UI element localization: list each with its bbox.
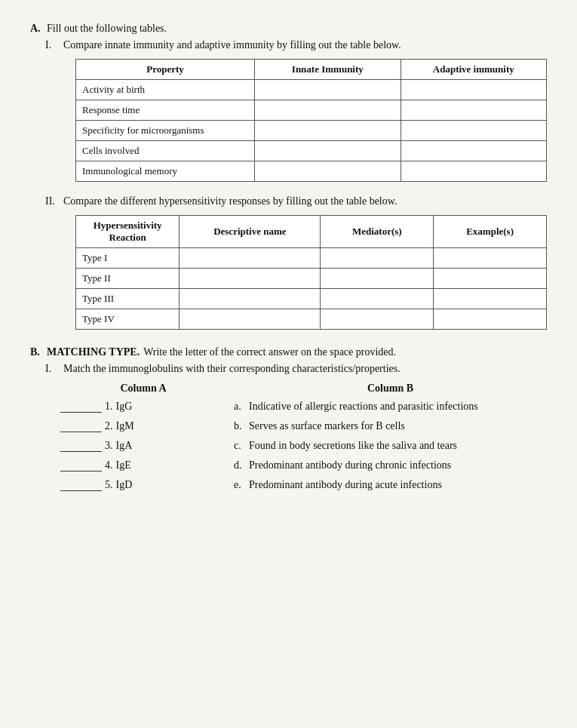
hypersensitivity-table: HypersensitivityReaction Descriptive nam… bbox=[75, 215, 547, 330]
section-b-block: B. MATCHING TYPE. Write the letter of th… bbox=[30, 346, 547, 499]
innate-cell bbox=[255, 80, 401, 100]
adaptive-cell bbox=[401, 100, 546, 121]
innate-cell bbox=[255, 121, 401, 141]
example-cell bbox=[434, 269, 547, 289]
col-a-header: Column A bbox=[60, 382, 226, 395]
example-cell bbox=[434, 309, 547, 330]
match-letter: b. bbox=[234, 420, 244, 432]
col-examples: Example(s) bbox=[434, 216, 547, 248]
table2-wrapper: HypersensitivityReaction Descriptive nam… bbox=[75, 215, 547, 330]
col-b-item: a. Indicative of allergic reactions and … bbox=[234, 401, 547, 413]
table1-header-row: Property Innate Immunity Adaptive immuni… bbox=[76, 60, 547, 80]
table-row: Immunological memory bbox=[76, 161, 547, 182]
col-hypersensitivity: HypersensitivityReaction bbox=[76, 216, 180, 248]
col-b-items: a. Indicative of allergic reactions and … bbox=[234, 401, 547, 491]
table2-header-row: HypersensitivityReaction Descriptive nam… bbox=[76, 216, 547, 248]
col-b-item: b. Serves as surface markers for B cells bbox=[234, 420, 547, 432]
col-b-item: d. Predominant antibody during chronic i… bbox=[234, 459, 547, 472]
property-cell: Activity at birth bbox=[76, 80, 255, 100]
hypersensitivity-cell: Type I bbox=[76, 248, 180, 269]
item-number: 4. bbox=[105, 459, 113, 472]
adaptive-cell bbox=[401, 141, 546, 161]
immunity-table: Property Innate Immunity Adaptive immuni… bbox=[75, 59, 547, 182]
q2-text: Compare the different hypersensitivity r… bbox=[63, 195, 397, 207]
mediator-cell bbox=[321, 289, 434, 309]
col-a-item: 2. IgM bbox=[60, 420, 226, 432]
match-text: Predominant antibody during acute infect… bbox=[249, 479, 547, 491]
col-a-item: 3. IgA bbox=[60, 440, 226, 452]
match-letter: d. bbox=[234, 459, 244, 472]
question-2-header: II. Compare the different hypersensitivi… bbox=[45, 195, 547, 207]
answer-blank bbox=[60, 459, 102, 472]
match-text: Found in body secretions like the saliva… bbox=[249, 440, 547, 452]
table-row: Cells involved bbox=[76, 141, 547, 161]
answer-blank bbox=[60, 401, 102, 413]
column-a: Column A 1. IgG 2. IgM 3. IgA 4. IgE 5. … bbox=[60, 382, 234, 499]
section-b-label: B. bbox=[30, 346, 47, 358]
answer-blank bbox=[60, 420, 102, 432]
matching-intro: I. Match the immunoglobulins with their … bbox=[45, 363, 547, 375]
adaptive-cell bbox=[401, 80, 546, 100]
matching-instruction: Write the letter of the correct answer o… bbox=[143, 346, 396, 358]
match-letter: c. bbox=[234, 440, 244, 452]
hypersensitivity-cell: Type II bbox=[76, 269, 180, 289]
match-text: Serves as surface markers for B cells bbox=[249, 420, 547, 432]
question-2-block: II. Compare the different hypersensitivi… bbox=[45, 195, 547, 330]
matching-type-label: MATCHING TYPE. bbox=[47, 346, 140, 358]
col-b-header: Column B bbox=[234, 382, 547, 395]
mediator-cell bbox=[321, 309, 434, 330]
adaptive-cell bbox=[401, 121, 546, 141]
item-number: 3. bbox=[105, 440, 113, 452]
q1-number: I. bbox=[45, 39, 59, 51]
descriptive-cell bbox=[180, 248, 321, 269]
col-descriptive: Descriptive name bbox=[180, 216, 321, 248]
fill-instruction: Fill out the following tables. bbox=[47, 23, 167, 35]
col-adaptive: Adaptive immunity bbox=[401, 60, 546, 80]
item-label: IgE bbox=[116, 459, 131, 472]
section-a-label: A. bbox=[30, 23, 47, 35]
match-text: Predominant antibody during chronic infe… bbox=[249, 459, 547, 472]
answer-blank bbox=[60, 479, 102, 491]
col-a-items: 1. IgG 2. IgM 3. IgA 4. IgE 5. IgD bbox=[60, 401, 226, 491]
b-q1-text: Match the immunoglobulins with their cor… bbox=[63, 363, 401, 375]
col-a-item: 4. IgE bbox=[60, 459, 226, 472]
property-cell: Cells involved bbox=[76, 141, 255, 161]
col-b-item: e. Predominant antibody during acute inf… bbox=[234, 479, 547, 491]
col-property: Property bbox=[76, 60, 255, 80]
match-letter: e. bbox=[234, 479, 244, 491]
q2-number: II. bbox=[45, 195, 59, 207]
table-row: Type I bbox=[76, 248, 547, 269]
item-number: 2. bbox=[105, 420, 113, 432]
b-question-1-header: I. Match the immunoglobulins with their … bbox=[45, 363, 547, 375]
table1-wrapper: Property Innate Immunity Adaptive immuni… bbox=[75, 59, 547, 182]
property-cell: Immunological memory bbox=[76, 161, 255, 182]
item-label: IgM bbox=[116, 420, 134, 432]
hypersensitivity-cell: Type III bbox=[76, 289, 180, 309]
col-innate: Innate Immunity bbox=[255, 60, 401, 80]
descriptive-cell bbox=[180, 309, 321, 330]
match-letter: a. bbox=[234, 401, 244, 413]
table-row: Type II bbox=[76, 269, 547, 289]
property-cell: Specificity for microorganisms bbox=[76, 121, 255, 141]
col-a-item: 5. IgD bbox=[60, 479, 226, 491]
property-cell: Response time bbox=[76, 100, 255, 121]
q1-text: Compare innate immunity and adaptive imm… bbox=[63, 39, 401, 51]
example-cell bbox=[434, 289, 547, 309]
item-number: 5. bbox=[105, 479, 113, 491]
mediator-cell bbox=[321, 248, 434, 269]
hypersensitivity-cell: Type IV bbox=[76, 309, 180, 330]
col-b-item: c. Found in body secretions like the sal… bbox=[234, 440, 547, 452]
matching-columns: Column A 1. IgG 2. IgM 3. IgA 4. IgE 5. … bbox=[60, 382, 547, 499]
table-row: Type III bbox=[76, 289, 547, 309]
example-cell bbox=[434, 248, 547, 269]
table-row: Type IV bbox=[76, 309, 547, 330]
question-1-header: I. Compare innate immunity and adaptive … bbox=[45, 39, 547, 51]
section-a-header: A. Fill out the following tables. bbox=[30, 23, 547, 35]
descriptive-cell bbox=[180, 269, 321, 289]
question-1-block: I. Compare innate immunity and adaptive … bbox=[45, 39, 547, 182]
adaptive-cell bbox=[401, 161, 546, 182]
col-a-item: 1. IgG bbox=[60, 401, 226, 413]
match-text: Indicative of allergic reactions and par… bbox=[249, 401, 547, 413]
table-row: Specificity for microorganisms bbox=[76, 121, 547, 141]
innate-cell bbox=[255, 141, 401, 161]
